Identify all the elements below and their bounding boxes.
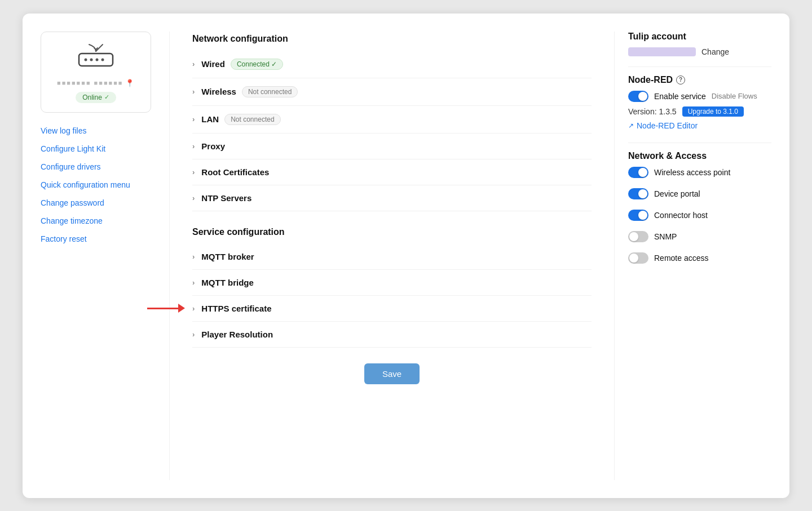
right-panel: Tulip account Change Node-RED ? Enable s… (619, 32, 771, 480)
node-red-editor-link[interactable]: ↗ Node-RED Editor (628, 121, 771, 130)
service-row-player-resolution[interactable]: › Player Resolution (192, 322, 592, 348)
version-label: Version: 1.3.5 (628, 107, 677, 116)
chevron-ntp: › (192, 194, 195, 202)
network-row-wired[interactable]: › Wired Connected ✓ (192, 51, 592, 78)
chevron-wireless: › (192, 87, 195, 96)
online-label: Online (82, 94, 102, 101)
chevron-proxy: › (192, 142, 195, 150)
account-blurred (628, 47, 696, 56)
network-row-wireless[interactable]: › Wireless Not connected (192, 78, 592, 106)
player-resolution-label: Player Resolution (201, 330, 273, 339)
upgrade-button[interactable]: Upgrade to 3.1.0 (682, 106, 744, 117)
root-certs-label: Root Certificates (201, 167, 269, 177)
sidebar-link-quick-config-menu[interactable]: Quick configuration menu (41, 180, 151, 189)
sidebar-link-change-timezone[interactable]: Change timezone (41, 216, 151, 225)
device-portal-toggle[interactable] (628, 188, 648, 199)
network-row-root-certs[interactable]: › Root Certificates (192, 159, 592, 185)
sidebar-link-change-password[interactable]: Change password (41, 198, 151, 207)
arrow-line (147, 308, 178, 309)
enable-service-toggle[interactable] (628, 91, 648, 102)
sidebar-link-configure-light-kit[interactable]: Configure Light Kit (41, 144, 151, 153)
network-row-proxy[interactable]: › Proxy (192, 134, 592, 159)
tulip-account-row: Change (628, 47, 771, 56)
pin-icon: 📍 (125, 79, 135, 87)
lan-badge: Not connected (224, 114, 280, 125)
toggle-row-remote-access: Remote access (628, 252, 771, 264)
change-account-link[interactable]: Change (701, 47, 729, 56)
wireless-ap-label: Wireless access point (654, 168, 730, 177)
network-section-title: Network configuration (192, 34, 592, 44)
chevron-https-cert: › (192, 304, 195, 313)
main-card: ■■■■■■■ ■■■■■■ 📍 Online ✓ View log files… (23, 14, 789, 498)
toggle-row-snmp: SNMP (628, 231, 771, 242)
service-row-https-cert[interactable]: › HTTPS certificate (192, 296, 592, 322)
device-portal-label: Device portal (654, 189, 700, 198)
wireless-badge: Not connected (242, 86, 298, 97)
wired-label: Wired (201, 59, 225, 69)
disable-flows-link[interactable]: Disable Flows (712, 92, 757, 100)
chevron-root-certs: › (192, 168, 195, 176)
wired-badge: Connected ✓ (231, 59, 283, 70)
network-access-title: Network & Access (628, 151, 771, 161)
remote-access-label: Remote access (654, 254, 708, 263)
online-badge: Online ✓ (76, 92, 116, 103)
arrow-head (178, 304, 185, 313)
network-access-rows: Wireless access point Device portal Conn… (628, 167, 771, 268)
device-name: ■■■■■■■ ■■■■■■ 📍 (57, 79, 135, 87)
connector-host-toggle[interactable] (628, 210, 648, 221)
toggle-row-connector-host: Connector host (628, 210, 771, 221)
snmp-toggle[interactable] (628, 231, 648, 242)
mqtt-broker-label: MQTT broker (201, 252, 254, 261)
red-arrow (147, 304, 185, 313)
network-row-ntp[interactable]: › NTP Servers (192, 185, 592, 211)
svg-point-1 (85, 58, 87, 61)
sidebar-link-factory-reset[interactable]: Factory reset (41, 234, 151, 243)
check-icon: ✓ (104, 94, 109, 101)
toggle-row-device-portal: Device portal (628, 188, 771, 199)
node-red-title: Node-RED (628, 75, 673, 85)
tulip-account-title: Tulip account (628, 32, 771, 42)
sidebar: ■■■■■■■ ■■■■■■ 📍 Online ✓ View log files… (41, 32, 165, 480)
network-row-lan[interactable]: › LAN Not connected (192, 106, 592, 134)
save-btn-row: Save (192, 363, 592, 389)
sidebar-link-view-log-files[interactable]: View log files (41, 126, 151, 135)
toggle-row-wireless-ap: Wireless access point (628, 167, 771, 178)
right-divider (614, 32, 615, 480)
chevron-mqtt-bridge: › (192, 278, 195, 287)
enable-service-row: Enable service Disable Flows (628, 91, 771, 102)
chevron-lan: › (192, 115, 195, 123)
ext-link-icon: ↗ (628, 122, 634, 130)
router-icon (73, 43, 118, 74)
device-card: ■■■■■■■ ■■■■■■ 📍 Online ✓ (41, 32, 151, 113)
help-icon[interactable]: ? (676, 75, 685, 85)
chevron-wired: › (192, 60, 195, 68)
enable-service-label: Enable service (654, 92, 706, 101)
svg-point-3 (96, 58, 99, 61)
remote-access-toggle[interactable] (628, 252, 648, 264)
snmp-label: SNMP (654, 232, 677, 241)
service-row-mqtt-bridge[interactable]: › MQTT bridge (192, 270, 592, 296)
vertical-divider (169, 32, 170, 480)
svg-point-2 (90, 58, 93, 61)
wireless-label: Wireless (201, 87, 236, 96)
lan-label: LAN (201, 114, 219, 124)
chevron-player-resolution: › (192, 330, 195, 339)
wireless-ap-toggle[interactable] (628, 167, 648, 178)
service-section-title: Service configuration (192, 227, 592, 237)
sidebar-links: View log files Configure Light Kit Confi… (41, 126, 151, 243)
editor-link-label: Node-RED Editor (637, 121, 698, 130)
version-row: Version: 1.3.5 Upgrade to 3.1.0 (628, 106, 771, 117)
main-content: Network configuration › Wired Connected … (174, 32, 610, 480)
save-button[interactable]: Save (364, 363, 420, 384)
mqtt-bridge-label: MQTT bridge (201, 278, 254, 287)
service-row-mqtt-broker[interactable]: › MQTT broker (192, 244, 592, 270)
proxy-label: Proxy (201, 141, 225, 151)
node-red-title-row: Node-RED ? (628, 75, 771, 85)
connector-host-label: Connector host (654, 211, 708, 220)
ntp-label: NTP Servers (201, 193, 251, 203)
chevron-mqtt-broker: › (192, 252, 195, 261)
https-cert-label: HTTPS certificate (201, 304, 271, 313)
svg-point-4 (102, 58, 104, 61)
sidebar-link-configure-drivers[interactable]: Configure drivers (41, 162, 151, 171)
